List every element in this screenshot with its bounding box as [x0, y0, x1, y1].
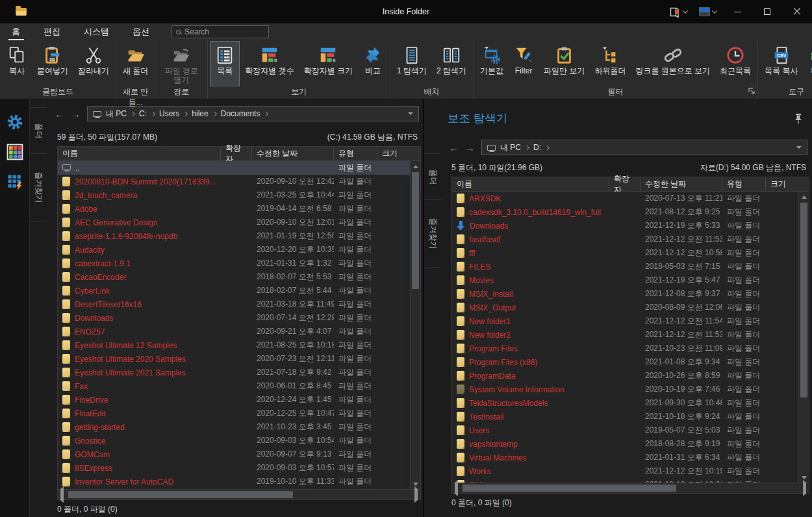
- breadcrumb-item[interactable]: Users: [159, 109, 179, 118]
- side-tab-favorites[interactable]: 즐겨찾기: [424, 200, 441, 268]
- file-row[interactable]: aseprite-1.1.6-92084fe-nopdb 2021-01-19 …: [58, 229, 420, 243]
- copy-button[interactable]: 복사: [2, 41, 32, 86]
- file-row[interactable]: MSIX_Output 2020-08-09 오전 12:06 파일 폴더: [452, 301, 809, 314]
- cut-button[interactable]: 잘라내기: [73, 41, 114, 86]
- file-row[interactable]: CacaoEncoder 2018-02-07 오전 5:53 파일 폴더: [58, 270, 420, 284]
- file-row[interactable]: Gnostice 2020-09-03 오후 10:54 파일 폴더: [58, 434, 420, 448]
- file-row[interactable]: New folder1 2021-12-12 오전 11:54 파일 폴더: [452, 314, 809, 328]
- breadcrumb-item[interactable]: hilee: [192, 109, 208, 118]
- side-tab-folders[interactable]: 폴더: [30, 107, 47, 154]
- tab-options[interactable]: 옵션: [131, 23, 151, 40]
- new-folder-button[interactable]: 새 폴더: [118, 41, 153, 86]
- scrollbar-thumb[interactable]: [800, 203, 807, 397]
- column-header-size[interactable]: 크기: [377, 147, 420, 160]
- one-explorer-button[interactable]: 1 탐색기: [392, 41, 431, 86]
- file-row[interactable]: FILES 2018-05-03 오전 7:15 파일 폴더: [452, 260, 809, 273]
- scrollbar-thumb[interactable]: [463, 485, 676, 492]
- file-row[interactable]: Works 2021-12-12 오전 10:19 파일 폴더: [452, 464, 809, 478]
- file-row[interactable]: Users 2019-05-07 오전 5:03 파일 폴더: [452, 423, 809, 437]
- file-row[interactable]: DesertTileset16x16 2021-03-18 오후 11:49 파…: [58, 297, 420, 311]
- horizontal-scrollbar[interactable]: [58, 489, 420, 499]
- file-row[interactable]: GOMCam 2020-09-07 오후 9:13 파일 폴더: [58, 448, 420, 461]
- file-row[interactable]: Movies 2021-12-19 오후 5:47 파일 폴더: [452, 273, 809, 287]
- file-row[interactable]: FineDrive 2020-12-24 오후 1:45 파일 폴더: [58, 393, 420, 407]
- column-header-type[interactable]: 유형: [334, 147, 377, 160]
- scroll-up-icon[interactable]: [411, 161, 420, 171]
- filter-button[interactable]: Filter: [509, 41, 539, 86]
- file-row[interactable]: IISExpress 2020-09-03 오후 10:57 파일 폴더: [58, 461, 420, 475]
- tab-edit[interactable]: 편집: [42, 23, 62, 40]
- recent-list-button[interactable]: 최근목록: [715, 41, 755, 86]
- file-row[interactable]: getting-started 2021-10-23 오후 3:45 파일 폴더: [58, 420, 420, 434]
- column-header-name[interactable]: 이름: [58, 147, 221, 160]
- breadcrumb-item[interactable]: 내 PC: [500, 142, 521, 153]
- two-explorer-button[interactable]: 2 탐색기: [432, 41, 471, 86]
- scroll-left-icon[interactable]: [455, 483, 458, 494]
- tab-home[interactable]: 홈: [10, 23, 21, 40]
- file-row[interactable]: Obi 2021-12-12 오전 10:01 파일 폴더: [452, 478, 809, 483]
- side-tab-favorites[interactable]: 즐겨찾기: [30, 154, 47, 221]
- file-row[interactable]: Program Files (x86) 2021-01-08 오후 9:34 파…: [452, 355, 809, 369]
- file-row[interactable]: CyberLink 2018-02-07 오전 5:44 파일 폴더: [58, 284, 420, 297]
- restore-button[interactable]: 복원: [803, 41, 812, 86]
- file-row[interactable]: ProgramData 2020-10-26 오후 8:59 파일 폴더: [452, 369, 809, 383]
- column-header-modified[interactable]: 수정한 날짜: [641, 177, 722, 191]
- search-input[interactable]: [184, 27, 264, 36]
- file-row[interactable]: .. 파일 폴더: [58, 161, 420, 175]
- file-row[interactable]: cabextract-1.9.1 2021-01-31 오후 1:32 파일 폴…: [58, 257, 420, 270]
- file-row[interactable]: Downloads 2021-12-19 오후 5:33 파일 폴더: [452, 219, 809, 233]
- minimize-button[interactable]: [722, 0, 752, 23]
- breadcrumb[interactable]: 내 PC D:: [481, 140, 807, 155]
- scrollbar-thumb[interactable]: [68, 491, 293, 498]
- filter-dialog-launcher[interactable]: [748, 85, 755, 97]
- settings-gear-icon[interactable]: [5, 112, 25, 132]
- file-row[interactable]: MSIX_Install 2021-12-08 오후 9:37 파일 폴더: [452, 287, 809, 301]
- scroll-right-icon[interactable]: [803, 483, 806, 494]
- file-row[interactable]: Virtual Machines 2021-01-31 오후 6:34 파일 폴…: [452, 451, 809, 464]
- column-header-ext[interactable]: 확장자: [609, 177, 641, 191]
- side-tab-folders[interactable]: 폴더: [424, 153, 441, 200]
- scroll-left-icon[interactable]: [60, 489, 64, 501]
- forward-arrow-icon[interactable]: →: [71, 109, 81, 119]
- column-header-ext[interactable]: 확장자: [221, 147, 252, 160]
- scroll-right-icon[interactable]: [414, 489, 418, 501]
- breadcrumb-item[interactable]: Documents: [221, 109, 260, 118]
- scroll-up-icon[interactable]: [799, 192, 809, 202]
- column-header-size[interactable]: 크기: [766, 177, 809, 191]
- file-row[interactable]: 20200910-BDN Summit 2020(1718339... 2020…: [58, 175, 420, 188]
- vertical-scrollbar[interactable]: [410, 161, 420, 489]
- open-file-path-button[interactable]: 파일 경로 열기: [157, 41, 205, 86]
- defaults-button[interactable]: 기본값: [476, 41, 508, 86]
- file-row[interactable]: Fax 2020-06-01 오후 8:45 파일 폴더: [58, 379, 420, 393]
- app-grid-lightning-icon[interactable]: [5, 172, 25, 192]
- file-row[interactable]: fff 2021-12-12 오전 10:58 파일 폴더: [452, 246, 809, 260]
- breadcrumb-item[interactable]: C:: [139, 109, 147, 118]
- pushpin-icon[interactable]: [794, 114, 802, 127]
- file-row[interactable]: vapshiontemp 2018-08-28 오후 9:19 파일 폴더: [452, 437, 809, 451]
- horizontal-scrollbar[interactable]: [452, 483, 809, 493]
- ext-size-button[interactable]: 확장자별 크기: [299, 41, 357, 86]
- subfolder-button[interactable]: 하위폴더: [590, 41, 630, 86]
- file-row[interactable]: Downloads 2020-07-14 오전 12:28 파일 폴더: [58, 311, 420, 325]
- file-row[interactable]: System Volume Information 2020-10-19 오후 …: [452, 383, 809, 396]
- file-row[interactable]: New folder2 2021-12-12 오전 11:53 파일 폴더: [452, 328, 809, 342]
- breadcrumb-item[interactable]: D:: [533, 143, 541, 152]
- links-original-button[interactable]: 링크를 원본으로 보기: [631, 41, 715, 86]
- color-grid-icon[interactable]: [5, 142, 25, 162]
- ext-count-button[interactable]: 확장자별 갯수: [240, 41, 298, 86]
- list-view-button[interactable]: 목록: [210, 41, 240, 86]
- workspace-switcher-button[interactable]: [663, 0, 692, 23]
- breadcrumb-dropdown-icon[interactable]: [408, 112, 413, 115]
- back-arrow-icon[interactable]: ←: [449, 143, 459, 153]
- copy-list-button[interactable]: CSV 목록 복사: [760, 41, 802, 86]
- forward-arrow-icon[interactable]: →: [465, 143, 475, 153]
- file-row[interactable]: Program Files 2021-10-23 오전 11:09 파일 폴더: [452, 342, 809, 355]
- breadcrumb-item[interactable]: 내 PC: [106, 108, 127, 120]
- theme-picker-button[interactable]: [692, 0, 722, 23]
- file-row[interactable]: Eyeshot Ultimate 12 Samples 2021-08-25 오…: [58, 338, 420, 352]
- file-row[interactable]: Adobe 2019-04-14 오전 6:58 파일 폴더: [58, 202, 420, 216]
- file-row[interactable]: TeklaStructuresModels 2021-09-30 오후 10:4…: [452, 396, 809, 410]
- file-row[interactable]: 2d_touch_camera 2021-03-25 오후 10:44 파일 폴…: [58, 188, 420, 202]
- file-row[interactable]: TestInstall 2021-10-18 오후 9:24 파일 폴더: [452, 410, 809, 423]
- tab-system[interactable]: 시스템: [82, 23, 110, 40]
